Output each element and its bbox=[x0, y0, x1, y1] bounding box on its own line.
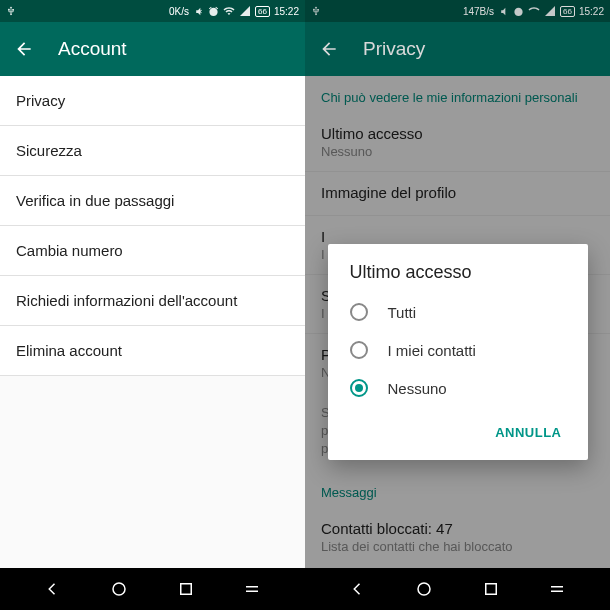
option-contacts[interactable]: I miei contatti bbox=[328, 331, 588, 369]
radio-icon bbox=[350, 303, 368, 321]
alarm-icon bbox=[208, 6, 219, 17]
item-privacy[interactable]: Privacy bbox=[0, 76, 305, 126]
page-title: Account bbox=[58, 38, 127, 60]
account-list: Privacy Sicurezza Verifica in due passag… bbox=[0, 76, 305, 568]
privacy-content: Chi può vedere le mie informazioni perso… bbox=[305, 76, 610, 568]
svg-rect-1 bbox=[180, 584, 191, 595]
option-nobody[interactable]: Nessuno bbox=[328, 369, 588, 407]
appbar: Privacy bbox=[305, 22, 610, 76]
nav-recent[interactable] bbox=[175, 578, 197, 600]
signal-icon bbox=[239, 5, 251, 17]
mute-icon bbox=[498, 6, 509, 17]
nav-recent[interactable] bbox=[480, 578, 502, 600]
svg-point-0 bbox=[113, 583, 125, 595]
nav-back[interactable] bbox=[42, 578, 64, 600]
usb-icon bbox=[311, 6, 321, 16]
phone-left: 0K/s 66 15:22 Account Privacy Sicurezza … bbox=[0, 0, 305, 610]
svg-point-2 bbox=[418, 583, 430, 595]
mute-icon bbox=[193, 6, 204, 17]
wifi-icon bbox=[528, 5, 540, 17]
nav-menu[interactable] bbox=[241, 578, 263, 600]
back-icon[interactable] bbox=[14, 39, 34, 59]
item-delete-account[interactable]: Elimina account bbox=[0, 326, 305, 376]
speed-label: 0K/s bbox=[169, 6, 189, 17]
alarm-icon bbox=[513, 6, 524, 17]
nav-back[interactable] bbox=[347, 578, 369, 600]
radio-icon-checked bbox=[350, 379, 368, 397]
appbar: Account bbox=[0, 22, 305, 76]
nav-home[interactable] bbox=[108, 578, 130, 600]
time-label: 15:22 bbox=[274, 6, 299, 17]
battery-label: 66 bbox=[255, 6, 270, 17]
dialog-title: Ultimo accesso bbox=[328, 262, 588, 293]
wifi-icon bbox=[223, 5, 235, 17]
option-everyone[interactable]: Tutti bbox=[328, 293, 588, 331]
battery-label: 66 bbox=[560, 6, 575, 17]
navbar bbox=[305, 568, 610, 610]
item-change-number[interactable]: Cambia numero bbox=[0, 226, 305, 276]
item-request-info[interactable]: Richiedi informazioni dell'account bbox=[0, 276, 305, 326]
statusbar: 0K/s 66 15:22 bbox=[0, 0, 305, 22]
svg-rect-3 bbox=[485, 584, 496, 595]
signal-icon bbox=[544, 5, 556, 17]
time-label: 15:22 bbox=[579, 6, 604, 17]
back-icon[interactable] bbox=[319, 39, 339, 59]
radio-icon bbox=[350, 341, 368, 359]
item-security[interactable]: Sicurezza bbox=[0, 126, 305, 176]
speed-label: 147B/s bbox=[463, 6, 494, 17]
navbar bbox=[0, 568, 305, 610]
nav-home[interactable] bbox=[413, 578, 435, 600]
last-seen-dialog: Ultimo accesso Tutti I miei contatti Nes… bbox=[328, 244, 588, 460]
phone-right: 147B/s 66 15:22 Privacy Chi può vedere l… bbox=[305, 0, 610, 610]
statusbar: 147B/s 66 15:22 bbox=[305, 0, 610, 22]
nav-menu[interactable] bbox=[546, 578, 568, 600]
dialog-overlay[interactable]: Ultimo accesso Tutti I miei contatti Nes… bbox=[305, 76, 610, 568]
cancel-button[interactable]: ANNULLA bbox=[485, 417, 571, 448]
page-title: Privacy bbox=[363, 38, 425, 60]
item-two-step[interactable]: Verifica in due passaggi bbox=[0, 176, 305, 226]
usb-icon bbox=[6, 6, 16, 16]
